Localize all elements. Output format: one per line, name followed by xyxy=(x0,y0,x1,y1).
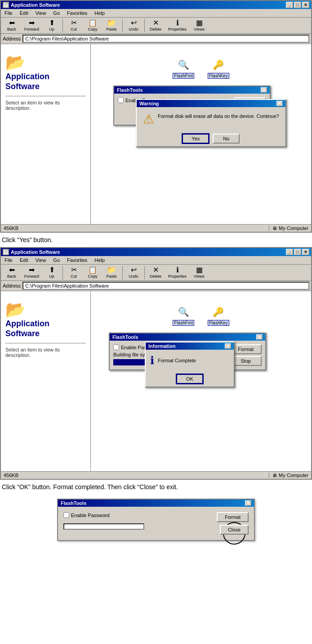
no-btn[interactable]: No xyxy=(213,134,240,144)
menu-edit-1[interactable]: Edit xyxy=(18,10,30,16)
paste-btn-2[interactable]: 📁 Paste xyxy=(103,266,120,279)
back-icon-2: ⬅ xyxy=(9,266,15,274)
sep3 xyxy=(144,19,145,32)
cut-btn-2[interactable]: ✂ Cut xyxy=(65,266,83,279)
address-input-2[interactable]: C:\Program Files\Application Software xyxy=(22,282,309,290)
menu-help-2[interactable]: Help xyxy=(93,257,107,263)
copy-icon-2: 📋 xyxy=(88,266,97,274)
menu-bar-1: File Edit View Go Favorites Help xyxy=(1,9,311,18)
copy-btn-1[interactable]: 📋 Copy xyxy=(84,18,102,32)
format-btn-final[interactable]: Format xyxy=(217,512,249,522)
menu-file-1[interactable]: File xyxy=(3,10,14,16)
views-icon-2: ▦ xyxy=(196,266,203,274)
warning-close-btn[interactable]: ✕ xyxy=(276,101,283,106)
toolbar-2: ⬅ Back ➡ Forward ⬆ Up ✂ Cut 📋 Copy 📁 Pas… xyxy=(1,265,311,281)
info-content: ℹ Format Complete xyxy=(146,350,234,371)
flashtools-title-1: FlashTools ✕ xyxy=(114,86,270,94)
back-btn-1[interactable]: ⬅ Back xyxy=(3,18,21,32)
close-btn-final[interactable]: Close xyxy=(220,525,249,535)
file-item-flashkey-1[interactable]: 🔑 FlashKey xyxy=(208,58,229,79)
flashkey-icon-2: 🔑 xyxy=(211,305,226,319)
title-bar-1: 🗂 Application Software _ □ ✕ xyxy=(1,1,311,9)
menu-file-2[interactable]: File xyxy=(3,257,14,263)
minimize-btn-2[interactable]: _ xyxy=(286,249,293,255)
flashfmt-icon-2: 🔍 xyxy=(176,305,191,319)
explorer-window-1: 🗂 Application Software _ □ ✕ File Edit V… xyxy=(0,0,312,233)
menu-favorites-1[interactable]: Favorites xyxy=(65,10,89,16)
properties-icon-1: ℹ xyxy=(176,19,179,27)
delete-btn-2[interactable]: ✕ Delete xyxy=(147,266,165,279)
address-label-2: Address xyxy=(3,283,21,288)
title-bar-left-1: 🗂 Application Software xyxy=(3,2,60,8)
explorer-body-1: 📂 Application Software Select an item to… xyxy=(1,44,311,224)
warning-dialog: Warning ✕ ⚠ Format disk will erase all d… xyxy=(136,99,286,147)
ok-btn[interactable]: OK xyxy=(176,374,203,384)
forward-btn-2[interactable]: ➡ Forward xyxy=(22,266,42,279)
sidebar-divider-1 xyxy=(5,96,86,96)
menu-go-2[interactable]: Go xyxy=(51,257,62,263)
up-btn-1[interactable]: ⬆ Up xyxy=(43,18,61,32)
properties-btn-1[interactable]: ℹ Properties xyxy=(165,18,189,32)
close-btn-container: Close xyxy=(220,525,249,535)
menu-go-1[interactable]: Go xyxy=(51,10,62,16)
minimize-btn-1[interactable]: _ xyxy=(286,2,293,8)
warning-buttons: Yes No xyxy=(137,131,285,146)
enable-password-checkbox-2[interactable] xyxy=(113,344,119,350)
explorer-window-2: 🗂 Application Software _ □ ✕ File Edit V… xyxy=(0,247,312,480)
status-left-2: 456KB xyxy=(4,473,267,478)
explorer-body-2: 📂 Application Software Select an item to… xyxy=(1,291,311,471)
properties-btn-2[interactable]: ℹ Properties xyxy=(165,266,189,279)
enable-password-checkbox-final[interactable] xyxy=(63,512,69,518)
undo-btn-1[interactable]: ↩ Undo xyxy=(125,18,143,32)
file-item-flashfmt-2[interactable]: 🔍 FlashFmt xyxy=(173,305,194,326)
paste-btn-1[interactable]: 📁 Paste xyxy=(103,18,120,32)
undo-btn-2[interactable]: ↩ Undo xyxy=(125,266,143,279)
sep5 xyxy=(122,266,123,279)
monitor-icon-2: 🖥 xyxy=(272,473,277,478)
menu-help-1[interactable]: Help xyxy=(93,10,107,16)
instruction-2: Click “OK” button. Format completed. The… xyxy=(0,480,312,494)
views-btn-2[interactable]: ▦ Views xyxy=(190,266,208,279)
back-btn-2[interactable]: ⬅ Back xyxy=(3,266,21,279)
flashtools-close-btn-1[interactable]: ✕ xyxy=(261,87,267,93)
maximize-btn-2[interactable]: □ xyxy=(294,249,301,255)
file-item-flashfmt-1[interactable]: 🔍 FlashFmt xyxy=(173,58,194,79)
flashtools-standalone-title-text: FlashTools xyxy=(61,500,86,506)
undo-icon-2: ↩ xyxy=(131,266,137,274)
up-btn-2[interactable]: ⬆ Up xyxy=(43,266,61,279)
info-close-btn[interactable]: ✕ xyxy=(225,343,231,349)
forward-btn-1[interactable]: ➡ Forward xyxy=(22,18,42,32)
views-btn-1[interactable]: ▦ Views xyxy=(190,18,208,32)
copy-btn-2[interactable]: 📋 Copy xyxy=(84,266,102,279)
paste-icon-2: 📁 xyxy=(107,266,116,274)
close-btn-2[interactable]: ✕ xyxy=(302,249,309,255)
flashtools-close-btn-2[interactable]: ✕ xyxy=(256,334,263,340)
menu-view-1[interactable]: View xyxy=(34,10,48,16)
back-icon-1: ⬅ xyxy=(9,19,15,27)
sidebar-desc-2: Select an item to view its description. xyxy=(5,347,86,358)
instruction-1: Click “Yes” button. xyxy=(0,233,312,247)
address-input-1[interactable]: C:\Program Files\Application Software xyxy=(22,35,309,43)
file-item-flashkey-2[interactable]: 🔑 FlashKey xyxy=(208,305,229,326)
menu-view-2[interactable]: View xyxy=(34,257,48,263)
undo-icon-1: ↩ xyxy=(131,19,137,27)
warning-title: Warning ✕ xyxy=(137,100,285,107)
close-btn-1[interactable]: ✕ xyxy=(302,2,309,8)
flashtools-standalone-body: Enable Password Format Close xyxy=(58,507,254,540)
paste-icon-1: 📁 xyxy=(107,19,116,27)
delete-btn-1[interactable]: ✕ Delete xyxy=(147,18,165,32)
sidebar-2: 📂 Application Software Select an item to… xyxy=(1,291,91,471)
enable-password-checkbox-1[interactable] xyxy=(118,97,124,103)
title-controls-2: _ □ ✕ xyxy=(286,249,309,255)
yes-btn[interactable]: Yes xyxy=(182,134,209,144)
cut-btn-1[interactable]: ✂ Cut xyxy=(65,18,83,32)
ft-right: Format Close xyxy=(217,512,249,535)
maximize-btn-1[interactable]: □ xyxy=(294,2,301,8)
menu-bar-2: File Edit View Go Favorites Help xyxy=(1,256,311,265)
flashtools-standalone-close-x[interactable]: ✕ xyxy=(245,500,251,506)
ft-input-field[interactable] xyxy=(63,523,144,530)
status-bar-1: 456KB 🖥 My Computer xyxy=(1,224,311,232)
menu-edit-2[interactable]: Edit xyxy=(18,257,30,263)
delete-icon-1: ✕ xyxy=(153,19,159,27)
menu-favorites-2[interactable]: Favorites xyxy=(65,257,89,263)
